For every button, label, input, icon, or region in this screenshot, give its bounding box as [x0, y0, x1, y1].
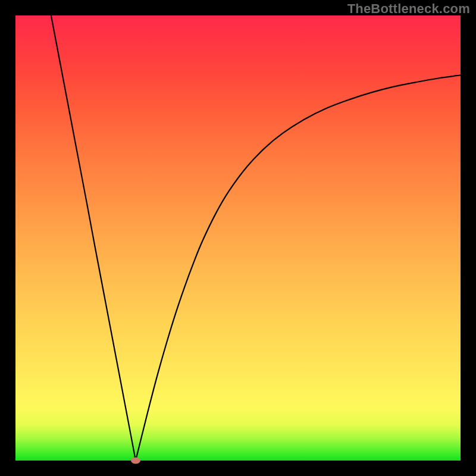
chart-svg [15, 15, 461, 461]
plot-area [15, 15, 461, 461]
chart-frame: TheBottleneck.com [0, 0, 476, 476]
curve-left-branch [51, 15, 136, 461]
watermark-text: TheBottleneck.com [347, 1, 470, 17]
curve-right-branch [136, 75, 461, 461]
minimum-marker [131, 458, 140, 464]
